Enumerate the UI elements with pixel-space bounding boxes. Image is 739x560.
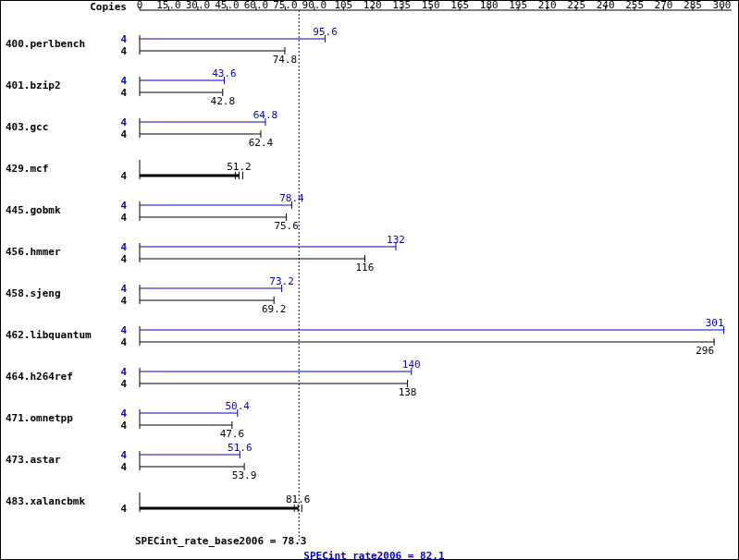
- copies-base: 4: [120, 461, 127, 473]
- base-value: 51.2: [227, 161, 252, 173]
- svg-text:270: 270: [655, 1, 673, 11]
- copies-peak: 4: [120, 408, 127, 420]
- copies-base: 4: [120, 295, 127, 307]
- peak-value: 43.6: [212, 67, 237, 79]
- peak-value: 64.8: [253, 109, 278, 121]
- copies-peak: 4: [120, 241, 127, 253]
- svg-text:15.0: 15.0: [156, 1, 181, 11]
- copies-base: 4: [120, 253, 127, 265]
- base-value: 47.6: [220, 428, 245, 440]
- svg-text:285: 285: [684, 1, 702, 11]
- copies-peak: 4: [120, 366, 127, 378]
- svg-text:165: 165: [450, 1, 469, 11]
- copies-base: 4: [120, 212, 127, 224]
- svg-text:45.0: 45.0: [215, 1, 240, 11]
- copies-base: 4: [120, 87, 127, 99]
- spec-chart: 015.030.045.060.075.090.0105120135150165…: [0, 0, 739, 560]
- copies-base: 4: [120, 503, 127, 515]
- benchmark-name: 473.astar: [6, 454, 61, 466]
- benchmark-name: 458.sjeng: [6, 287, 61, 299]
- svg-text:0: 0: [137, 1, 143, 11]
- base-value: 42.8: [211, 95, 236, 107]
- peak-value: 78.4: [279, 192, 304, 204]
- svg-text:300: 300: [713, 1, 732, 11]
- peak-value: 95.6: [313, 26, 338, 38]
- peak-value: 51.6: [228, 442, 252, 454]
- base-value: 53.9: [232, 469, 257, 481]
- copies-header: Copies: [90, 1, 127, 13]
- svg-text:60.0: 60.0: [244, 1, 269, 11]
- copies-base: 4: [120, 336, 127, 348]
- base-value: 138: [399, 386, 417, 398]
- peak-value: 50.4: [226, 400, 251, 412]
- svg-text:135: 135: [392, 1, 411, 11]
- benchmark-name: 464.h264ref: [6, 371, 73, 383]
- svg-text:255: 255: [625, 1, 644, 11]
- copies-peak: 4: [120, 200, 127, 212]
- copies-base: 4: [120, 128, 127, 140]
- base-value: 75.6: [274, 220, 299, 232]
- benchmark-name: 471.omnetpp: [6, 412, 73, 424]
- peak-value: 132: [387, 234, 405, 246]
- svg-text:210: 210: [538, 1, 557, 11]
- benchmark-name: 462.libquantum: [6, 329, 92, 341]
- copies-peak: 4: [120, 116, 127, 128]
- copies-peak: 4: [120, 324, 127, 336]
- copies-peak: 4: [120, 75, 127, 87]
- copies-base: 4: [120, 420, 127, 432]
- peak-value: 301: [706, 317, 724, 329]
- copies-base: 4: [120, 170, 127, 182]
- base-value: 296: [696, 345, 714, 357]
- copies-base: 4: [120, 45, 127, 57]
- benchmark-name: 445.gobmk: [6, 204, 61, 216]
- svg-text:120: 120: [363, 1, 382, 11]
- base-value: 62.4: [249, 137, 274, 149]
- footer-peak: SPECint_rate2006 = 82.1: [303, 550, 445, 559]
- base-value: 69.2: [262, 303, 287, 315]
- benchmark-name: 403.gcc: [6, 121, 48, 133]
- copies-peak: 4: [120, 283, 127, 295]
- copies-peak: 4: [120, 449, 127, 461]
- benchmark-name: 429.mcf: [6, 163, 48, 175]
- peak-value: 73.2: [269, 275, 294, 287]
- svg-text:90.0: 90.0: [302, 1, 327, 11]
- copies-peak: 4: [120, 33, 127, 45]
- base-value: 74.8: [273, 54, 298, 66]
- svg-text:225: 225: [567, 1, 585, 11]
- footer-base: SPECint_rate_base2006 = 78.3: [135, 535, 306, 547]
- svg-text:180: 180: [480, 1, 499, 11]
- benchmark-name: 400.perlbench: [6, 38, 85, 50]
- peak-value: 140: [402, 359, 421, 371]
- svg-text:240: 240: [597, 1, 615, 11]
- svg-text:150: 150: [422, 1, 440, 11]
- base-value: 81.6: [286, 493, 311, 505]
- svg-text:195: 195: [509, 1, 527, 11]
- benchmark-name: 456.hmmer: [6, 246, 61, 258]
- benchmark-name: 483.xalancbmk: [6, 495, 85, 507]
- benchmark-name: 401.bzip2: [6, 79, 61, 91]
- svg-text:105: 105: [334, 1, 352, 11]
- svg-text:75.0: 75.0: [273, 1, 298, 11]
- copies-base: 4: [120, 378, 127, 390]
- base-value: 116: [355, 262, 374, 274]
- svg-text:30.0: 30.0: [186, 1, 211, 11]
